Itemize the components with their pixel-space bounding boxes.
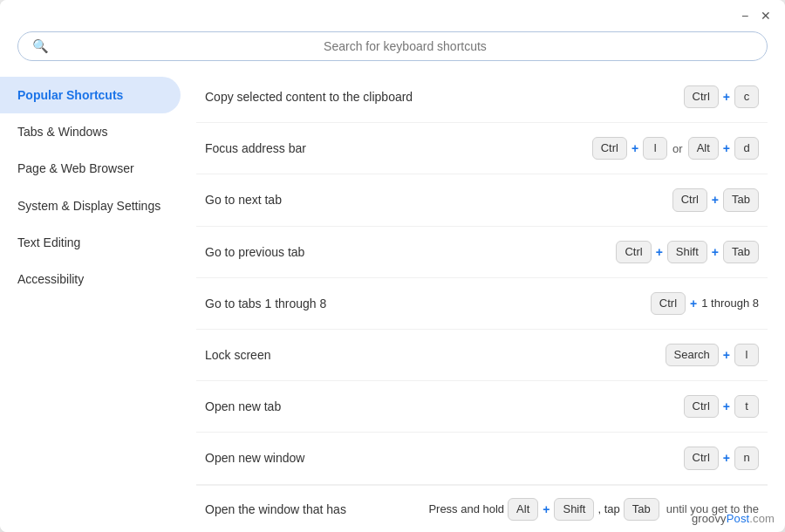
shortcut-row: Go to next tabCtrl+Tab [196, 174, 768, 226]
shortcut-row: Lock screenSearch+l [196, 330, 768, 381]
plus-sign: + [722, 451, 731, 465]
shortcut-row: Focus address barCtrl+lorAlt+d [196, 123, 768, 174]
plus-sign: + [722, 399, 731, 413]
key-text: 1 through 8 [701, 297, 759, 310]
sidebar-item-popular[interactable]: Popular Shortcuts [0, 77, 181, 113]
key-badge: l [643, 137, 667, 160]
content-area: Popular Shortcuts Tabs & Windows Page & … [0, 72, 785, 532]
key-badge: Alt [688, 137, 719, 160]
key-badge: c [734, 85, 759, 108]
shortcut-description: Go to next tab [205, 193, 664, 207]
shortcut-description: Lock screen [205, 348, 657, 362]
plus-sign: + [631, 141, 639, 155]
key-badge: t [734, 395, 759, 418]
key-badge: Ctrl [592, 137, 627, 160]
sidebar-item-page-web-browser[interactable]: Page & Web Browser [0, 150, 181, 187]
keyboard-shortcuts-window: − ✕ 🔍 Popular Shortcuts Tabs & Windows P… [0, 0, 785, 532]
search-bar-container: 🔍 [17, 31, 768, 61]
plus-sign: + [722, 90, 731, 104]
sidebar-item-system-display[interactable]: System & Display Settings [0, 188, 181, 224]
close-button[interactable]: ✕ [757, 7, 775, 24]
plus-sign: + [711, 193, 720, 207]
key-badge: d [734, 137, 759, 160]
search-bar-area: 🔍 [0, 28, 785, 72]
plus-sign: + [711, 245, 720, 259]
plus-sign: + [689, 297, 698, 310]
key-badge: Ctrl [684, 447, 719, 469]
shortcut-description: Copy selected content to the clipboard [205, 90, 675, 104]
key-badge: Ctrl [684, 85, 719, 108]
sidebar: Popular Shortcuts Tabs & Windows Page & … [0, 72, 188, 532]
key-badge: l [734, 344, 759, 366]
or-text: or [671, 142, 685, 155]
key-badge: Ctrl [672, 188, 707, 211]
shortcut-row: Go to tabs 1 through 8Ctrl+1 through 8 [196, 278, 768, 330]
shortcut-row: Open new windowCtrl+n [196, 433, 768, 484]
key-badge: n [734, 447, 759, 469]
shortcut-description: Go to previous tab [205, 245, 607, 259]
plus-sign: + [542, 502, 550, 516]
key-badge: Tab [723, 188, 759, 211]
shortcut-description: Open new window [205, 451, 675, 465]
key-badge: Search [666, 344, 719, 366]
sidebar-item-accessibility[interactable]: Accessibility [0, 261, 181, 297]
plus-sign: + [655, 245, 664, 259]
shortcut-row: Open new tabCtrl+t [196, 381, 768, 433]
partial-shortcut-description: Open the window that has [205, 502, 346, 516]
minimize-button[interactable]: − [736, 7, 754, 24]
shortcut-row: Go to previous tabCtrl+Shift+Tab [196, 227, 768, 278]
shortcut-description: Go to tabs 1 through 8 [205, 297, 642, 310]
comma-tap-text: , tap [597, 502, 619, 515]
search-icon: 🔍 [32, 38, 49, 54]
key-badge: Shift [554, 498, 594, 521]
sidebar-item-text-editing[interactable]: Text Editing [0, 224, 181, 261]
key-badge: Tab [624, 498, 659, 521]
sidebar-item-tabs-windows[interactable]: Tabs & Windows [0, 113, 181, 150]
partial-trail-text: until you get to the [666, 502, 759, 515]
partial-key-label: Press and hold [428, 502, 504, 515]
shortcut-description: Focus address bar [205, 141, 584, 155]
key-badge: Ctrl [651, 292, 686, 315]
shortcut-description: Open new tab [205, 399, 675, 413]
title-bar: − ✕ [0, 0, 785, 28]
key-badge: Ctrl [684, 395, 719, 418]
search-input[interactable] [58, 39, 753, 53]
key-badge: Ctrl [616, 241, 651, 263]
key-badge: Tab [723, 241, 759, 263]
key-badge: Shift [667, 241, 707, 263]
shortcut-row: Copy selected content to the clipboardCt… [196, 72, 768, 123]
plus-sign: + [722, 348, 731, 362]
shortcuts-list: Copy selected content to the clipboardCt… [188, 72, 785, 532]
plus-sign: + [722, 141, 731, 155]
partial-shortcut-row: Open the window that hasPress and holdAl… [196, 485, 768, 526]
key-badge: Alt [508, 498, 538, 521]
